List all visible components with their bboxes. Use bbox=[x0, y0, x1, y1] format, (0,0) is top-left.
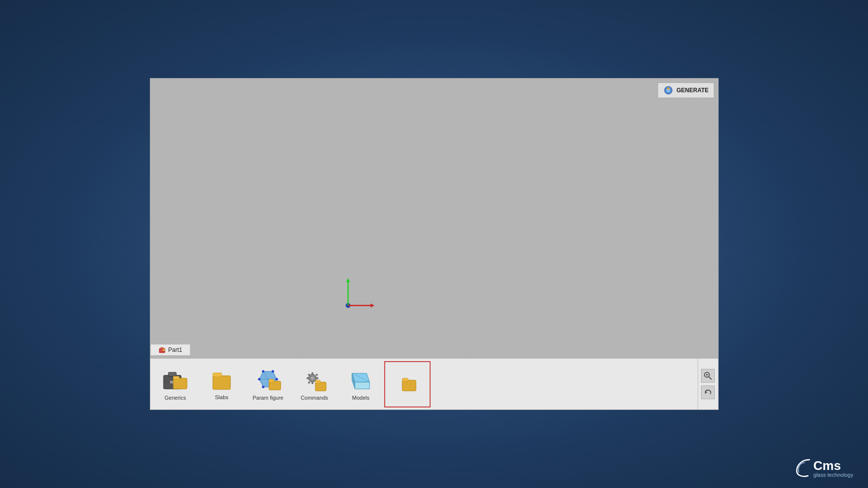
svg-rect-49 bbox=[402, 380, 416, 391]
svg-rect-43 bbox=[315, 382, 326, 391]
svg-rect-1 bbox=[150, 79, 718, 358]
svg-rect-36 bbox=[311, 382, 313, 384]
svg-point-25 bbox=[262, 370, 265, 373]
undo-icon bbox=[703, 388, 712, 397]
paramfigure-label: Param figure bbox=[253, 395, 284, 401]
svg-rect-20 bbox=[213, 376, 230, 389]
svg-rect-40 bbox=[315, 373, 318, 376]
undo-button[interactable] bbox=[701, 386, 715, 399]
part1-tab[interactable]: Part1 bbox=[150, 344, 191, 355]
axis-indicator bbox=[338, 276, 377, 322]
svg-rect-13 bbox=[163, 349, 165, 351]
svg-rect-31 bbox=[269, 381, 281, 390]
svg-marker-47 bbox=[355, 382, 370, 389]
generics-label: Generics bbox=[165, 395, 186, 401]
slabs-label: Slabs bbox=[215, 394, 228, 400]
cms-swoosh-icon bbox=[796, 459, 810, 478]
svg-line-52 bbox=[709, 377, 711, 379]
viewport[interactable]: GENERATE bbox=[150, 79, 718, 358]
part-tab-icon bbox=[159, 346, 165, 353]
axis-svg bbox=[338, 276, 377, 320]
commands-icon bbox=[302, 367, 327, 393]
generate-button[interactable]: GENERATE bbox=[658, 82, 714, 98]
svg-rect-18 bbox=[173, 378, 187, 389]
generate-icon bbox=[663, 85, 674, 96]
svg-point-26 bbox=[272, 370, 274, 373]
part1-tab-label: Part1 bbox=[168, 346, 183, 353]
svg-rect-37 bbox=[307, 377, 309, 379]
commands-label: Commands bbox=[301, 395, 328, 401]
toolbar-item-commands[interactable]: Commands bbox=[291, 361, 338, 407]
svg-point-29 bbox=[262, 386, 265, 388]
svg-rect-41 bbox=[308, 381, 310, 384]
svg-marker-9 bbox=[371, 304, 374, 307]
zoom-button[interactable] bbox=[701, 369, 715, 383]
svg-point-30 bbox=[258, 378, 261, 381]
toolbar-item-generics[interactable]: Generics bbox=[152, 361, 199, 407]
toolbar-item-unknown[interactable] bbox=[384, 361, 431, 407]
generate-label: GENERATE bbox=[677, 87, 709, 94]
zoom-icon bbox=[703, 371, 712, 380]
models-label: Models bbox=[352, 395, 369, 401]
toolbar-right-buttons bbox=[698, 359, 718, 409]
cms-logo: Cms glass technology bbox=[796, 459, 853, 478]
svg-rect-32 bbox=[269, 379, 274, 382]
svg-rect-35 bbox=[311, 372, 313, 375]
cms-tagline: glass technology bbox=[813, 472, 853, 478]
svg-rect-44 bbox=[315, 380, 320, 383]
generics-icon bbox=[162, 367, 189, 393]
svg-rect-21 bbox=[213, 373, 222, 377]
app-background: Cms glass technology bbox=[0, 0, 868, 488]
toolbar-item-paramfigure[interactable]: Param figure bbox=[245, 361, 291, 407]
models-icon bbox=[347, 367, 374, 393]
toolbar-item-models[interactable]: Models bbox=[338, 361, 384, 407]
svg-rect-19 bbox=[173, 376, 179, 379]
slabs-icon bbox=[211, 368, 232, 392]
svg-rect-38 bbox=[316, 377, 318, 379]
svg-rect-50 bbox=[402, 378, 408, 381]
cms-name: Cms bbox=[813, 459, 853, 472]
svg-rect-11 bbox=[161, 347, 164, 349]
svg-point-27 bbox=[276, 378, 278, 381]
svg-point-34 bbox=[310, 376, 314, 380]
tab-bar: Part1 bbox=[150, 344, 191, 355]
grid-background bbox=[150, 79, 718, 358]
bottom-toolbar: Part1 Generics bbox=[150, 358, 718, 409]
svg-rect-15 bbox=[168, 372, 176, 376]
toolbar-items-container: Generics Slabs bbox=[150, 359, 698, 409]
paramfigure-icon bbox=[253, 367, 283, 393]
svg-marker-7 bbox=[346, 278, 350, 282]
app-window: GENERATE bbox=[150, 78, 719, 410]
unknown-icon bbox=[393, 370, 421, 396]
toolbar-item-slabs[interactable]: Slabs bbox=[199, 361, 245, 407]
